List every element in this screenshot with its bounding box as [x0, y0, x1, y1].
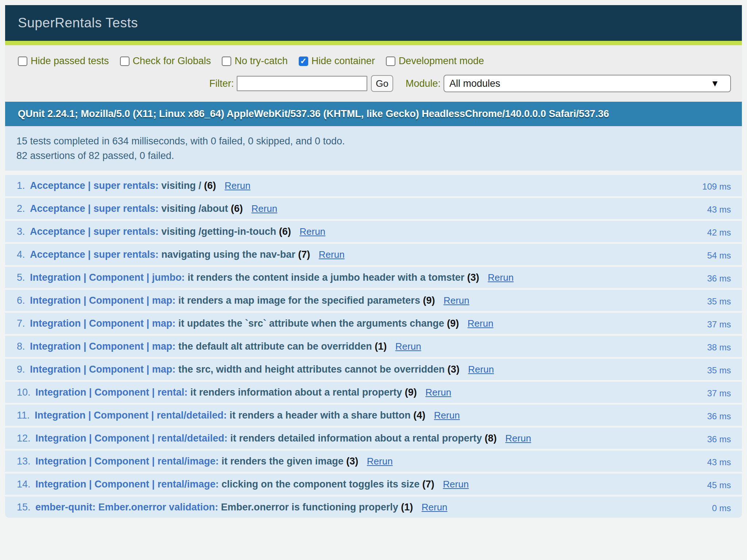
test-module-name: Acceptance | super rentals: — [30, 226, 161, 237]
test-row: 36 ms 5. Integration | Component | jumbo… — [5, 267, 742, 288]
test-name: the default alt attribute can be overrid… — [178, 341, 372, 352]
test-row: 54 ms 4. Acceptance | super rentals: nav… — [5, 244, 742, 265]
test-name: it updates the `src` attribute when the … — [178, 318, 444, 329]
toolbar-checkbox-item[interactable]: Check for Globals — [120, 55, 211, 67]
rerun-link[interactable]: Rerun — [367, 456, 393, 467]
assertion-counts: (7) — [422, 479, 434, 490]
test-row: 35 ms 6. Integration | Component | map: … — [5, 290, 742, 311]
test-module-name: Integration | Component | map: — [30, 295, 178, 306]
test-module-name: Integration | Component | rental/image: — [35, 479, 221, 490]
test-runtime: 37 ms — [707, 388, 731, 399]
test-runtime: 36 ms — [707, 273, 731, 284]
assertion-counts: (9) — [447, 318, 459, 329]
test-runtime: 36 ms — [707, 411, 731, 422]
rerun-link[interactable]: Rerun — [443, 479, 469, 490]
rerun-link[interactable]: Rerun — [468, 318, 494, 329]
test-module-name: Integration | Component | rental/detaile… — [35, 410, 229, 421]
module-select-value: All modules — [449, 78, 711, 89]
test-number: 7. — [17, 318, 25, 329]
module-label: Module: — [406, 78, 441, 89]
test-module-name: Integration | Component | jumbo: — [30, 272, 187, 283]
checkbox[interactable] — [18, 57, 27, 66]
test-runtime: 38 ms — [707, 342, 731, 353]
test-number: 2. — [17, 203, 25, 214]
test-module-name: Acceptance | super rentals: — [30, 180, 161, 191]
test-row: 42 ms 3. Acceptance | super rentals: vis… — [5, 221, 742, 242]
test-number: 14. — [17, 479, 31, 490]
rerun-link[interactable]: Rerun — [251, 203, 277, 214]
chevron-down-icon: ▼ — [711, 79, 719, 88]
test-name: visiting /getting-in-touch — [161, 226, 276, 237]
rerun-link[interactable]: Rerun — [225, 180, 251, 191]
test-number: 10. — [17, 387, 31, 398]
test-module-name: Integration | Component | rental/detaile… — [35, 433, 230, 444]
rerun-link[interactable]: Rerun — [444, 295, 469, 306]
rerun-link[interactable]: Rerun — [422, 502, 448, 513]
test-runtime: 36 ms — [707, 433, 731, 445]
page-header: SuperRentals Tests — [5, 5, 742, 41]
checkbox[interactable] — [386, 57, 395, 66]
test-number: 3. — [17, 226, 25, 237]
checkbox-label: Development mode — [399, 55, 484, 67]
test-module-name: Integration | Component | rental: — [35, 387, 190, 398]
test-number: 4. — [17, 249, 25, 260]
assertion-counts: (3) — [346, 456, 358, 467]
summary-line-assertions: 82 assertions of 82 passed, 0 failed. — [16, 148, 731, 163]
assertion-counts: (9) — [405, 387, 417, 398]
test-module-name: Acceptance | super rentals: — [30, 203, 161, 214]
assertion-counts: (1) — [375, 341, 387, 352]
test-name: it renders the given image — [221, 456, 344, 467]
test-number: 8. — [17, 341, 25, 352]
go-button[interactable]: Go — [371, 75, 393, 92]
useragent-bar: QUnit 2.24.1; Mozilla/5.0 (X11; Linux x8… — [5, 102, 742, 126]
test-runtime: 43 ms — [707, 204, 731, 215]
test-name: it renders a header with a share button — [229, 410, 411, 421]
test-number: 11. — [17, 410, 30, 421]
test-row: 36 ms 11. Integration | Component | rent… — [5, 405, 742, 426]
test-name: it renders detailed information about a … — [230, 433, 482, 444]
test-row: 37 ms 10. Integration | Component | rent… — [5, 382, 742, 403]
rerun-link[interactable]: Rerun — [299, 226, 325, 237]
test-runner-toolbar: Hide passed tests Check for Globals No t… — [5, 45, 742, 102]
test-number: 5. — [17, 272, 25, 283]
rerun-link[interactable]: Rerun — [319, 249, 345, 260]
test-row: 36 ms 12. Integration | Component | rent… — [5, 428, 742, 449]
test-name: it renders a map image for the specified… — [178, 295, 420, 306]
rerun-link[interactable]: Rerun — [395, 341, 421, 352]
checkbox-label: Hide passed tests — [31, 55, 109, 67]
test-number: 13. — [17, 456, 31, 467]
test-runtime: 37 ms — [707, 319, 731, 330]
toolbar-checkbox-item[interactable]: Hide container — [299, 55, 375, 67]
assertion-counts: (7) — [298, 249, 310, 260]
pass-banner — [5, 41, 742, 45]
assertion-counts: (6) — [231, 203, 243, 214]
module-select[interactable]: All modules ▼ — [444, 75, 731, 92]
checkbox[interactable] — [120, 57, 129, 66]
rerun-link[interactable]: Rerun — [434, 410, 460, 421]
test-name: visiting /about — [161, 203, 228, 214]
test-module-name: ember-qunit: Ember.onerror validation: — [35, 502, 221, 513]
checkbox[interactable] — [299, 57, 308, 66]
toolbar-checkbox-item[interactable]: No try-catch — [222, 55, 288, 67]
test-module-name: Acceptance | super rentals: — [30, 249, 161, 260]
rerun-link[interactable]: Rerun — [488, 272, 514, 283]
toolbar-checkbox-item[interactable]: Development mode — [386, 55, 484, 67]
rerun-link[interactable]: Rerun — [425, 387, 451, 398]
rerun-link[interactable]: Rerun — [468, 364, 494, 375]
assertion-counts: (3) — [448, 364, 460, 375]
test-number: 12. — [17, 433, 31, 444]
test-number: 1. — [17, 180, 25, 191]
test-module-name: Integration | Component | rental/image: — [35, 456, 221, 467]
filter-input[interactable] — [237, 76, 367, 91]
test-name: the src, width and height attributes can… — [178, 364, 445, 375]
test-number: 15. — [17, 502, 31, 513]
filter-label: Filter: — [209, 78, 234, 89]
rerun-link[interactable]: Rerun — [505, 433, 531, 444]
test-module-name: Integration | Component | map: — [30, 318, 178, 329]
toolbar-checkbox-item[interactable]: Hide passed tests — [18, 55, 109, 67]
useragent-text: QUnit 2.24.1; Mozilla/5.0 (X11; Linux x8… — [18, 108, 609, 120]
test-runtime: 43 ms — [707, 456, 731, 468]
checkbox[interactable] — [222, 57, 231, 66]
checkbox-label: Check for Globals — [133, 55, 211, 67]
test-name: navigating using the nav-bar — [161, 249, 295, 260]
